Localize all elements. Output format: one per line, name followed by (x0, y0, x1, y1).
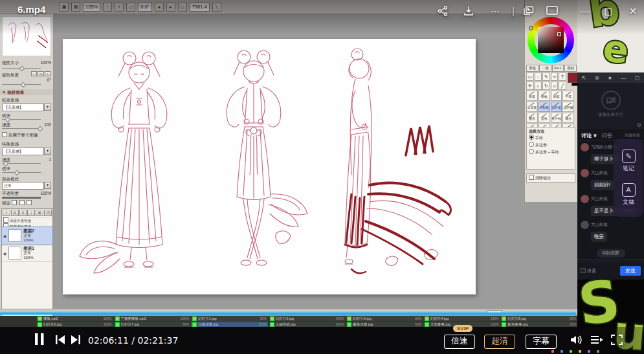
tool-icon[interactable]: T (559, 72, 566, 81)
file-tab[interactable]: 模板.sai2 100% (36, 316, 113, 321)
previous-button[interactable] (54, 335, 66, 348)
sai-new-icon[interactable]: ▣ (60, 3, 69, 12)
avatar[interactable] (581, 169, 589, 177)
brush-tool[interactable]: 喷枪 (539, 91, 550, 101)
antialias-checkbox[interactable]: 消除锯齿 (526, 173, 575, 183)
view-zoom-slider[interactable] (2, 68, 41, 69)
avatar[interactable] (581, 221, 589, 229)
file-tab[interactable]: 幻灯片3.jpg 33% (346, 316, 423, 321)
record-icon[interactable]: ⊚ (595, 75, 599, 81)
sai-size-value[interactable]: 7961.4 (190, 3, 210, 12)
tool-icon[interactable]: ▱ (551, 82, 559, 90)
opacity-slider[interactable] (2, 197, 41, 199)
tab-material[interactable]: 画材 (564, 65, 577, 72)
brush-tool[interactable]: 画笔 (551, 91, 562, 101)
sai-angle-value[interactable]: 0.0° (138, 3, 151, 12)
blend-mode-arrow[interactable]: ▾ (44, 182, 51, 189)
share-icon[interactable] (436, 5, 450, 17)
video-content[interactable]: ▣ ▤ 125% − + ▭ 0.0° ◂ ▸ ▭ 7961.4 ╲ (0, 0, 577, 327)
danmaku-checkbox[interactable]: 弹幕 (581, 268, 596, 274)
texture-scale-slider[interactable] (2, 119, 41, 120)
chat-message[interactable]: 大山松鼠 晚安 (581, 221, 641, 242)
radio-freehand[interactable]: 手绘 (529, 135, 573, 142)
new-layer-button[interactable]: + (3, 210, 10, 216)
file-tab[interactable]: 人物设定.jpg 100% (191, 322, 268, 327)
brush-tool[interactable]: 图形 (526, 113, 538, 123)
file-tab[interactable]: 服装设定.jpg 50% (346, 322, 423, 327)
doc-button[interactable]: A 文稿 (622, 183, 636, 206)
volume-icon[interactable] (570, 334, 583, 348)
new-folder-button[interactable]: ▤ (11, 210, 19, 216)
file-tab[interactable]: 幻灯片7.jpg 66% (114, 322, 191, 327)
brush-tool[interactable]: 选区擦 (562, 102, 574, 112)
paper-texture-select[interactable]: 【无质感】 (2, 104, 44, 111)
sai-zoom-value[interactable]: 125% (83, 3, 100, 12)
sai-zoom-out-button[interactable]: − (103, 3, 112, 12)
tool-icon[interactable]: ↻ (542, 82, 550, 90)
download-icon[interactable] (461, 5, 476, 17)
zoom-buttons[interactable]: −▭+ (31, 71, 50, 76)
lock-opacity-toggle[interactable] (12, 200, 17, 205)
send-button[interactable]: 发送 (620, 266, 641, 276)
tool-icon[interactable]: ✑ (551, 72, 559, 81)
tab-discussion[interactable]: 讨论 ∨ (581, 132, 597, 139)
fullscreen-icon[interactable] (611, 335, 623, 348)
tab-brush[interactable]: 画笔 (526, 65, 539, 72)
brush-tool[interactable]: 流线 (539, 113, 550, 123)
tool-icon[interactable]: ✛ (526, 82, 534, 90)
brush-tool[interactable]: 铅笔 (526, 91, 538, 101)
window-maximize-button[interactable]: ▢ (601, 5, 616, 17)
pause-button[interactable] (34, 333, 45, 348)
file-tab[interactable]: 幻灯片6.jpg 100% (36, 322, 113, 327)
clear-layer-button[interactable]: ▦ (36, 210, 43, 216)
avatar[interactable] (581, 143, 589, 151)
sai-open-icon[interactable]: ▤ (71, 3, 80, 12)
layer-row-1[interactable]: ◉ 图层1 正常 100% (2, 245, 52, 262)
sai-flip-button[interactable]: ╲ (212, 3, 221, 12)
special-strength-slider[interactable] (2, 163, 41, 164)
special-scale-slider[interactable] (2, 172, 41, 173)
merge-layer-button[interactable]: ⇣ (27, 210, 35, 216)
sai-canvas[interactable] (63, 39, 476, 294)
layer-visibility-icon[interactable]: ◉ (3, 234, 6, 238)
radio-polygon[interactable]: 多边形 (529, 142, 573, 149)
hue-marker[interactable] (529, 26, 533, 30)
sai-zoom-in-button[interactable]: + (115, 3, 124, 12)
material-effect-section[interactable]: ▼ 画材效果 (0, 89, 53, 95)
navigator-thumbnail[interactable] (2, 16, 51, 56)
duplicate-layer-button[interactable]: ⧉ (19, 210, 27, 216)
brush-tool[interactable]: 选区笔 (551, 102, 562, 112)
lock-position-toggle[interactable] (27, 200, 32, 205)
subtitle-button[interactable]: 字幕 (526, 335, 557, 349)
brush-tool[interactable]: 平笔 (562, 91, 574, 101)
replay-danmaku-link[interactable]: 回放弹幕 (625, 133, 640, 138)
share-window-icon[interactable]: ⇱ (582, 75, 586, 81)
saturation-value-picker[interactable] (538, 27, 564, 53)
next-button[interactable] (70, 335, 82, 348)
sai-zoom-reset-button[interactable]: ▭ (126, 3, 135, 12)
file-tab[interactable]: 人物线稿.jpg 100% (269, 322, 346, 327)
view-angle-slider[interactable] (2, 84, 41, 85)
radio-polygon-freehand[interactable]: 多边形 + 手绘 (529, 149, 573, 156)
layer-visibility-icon[interactable]: ◉ (3, 251, 6, 256)
file-tab[interactable]: 幻灯片4.jpg 100% (423, 316, 500, 321)
playlist-icon[interactable] (590, 335, 603, 347)
special-texture-select[interactable]: 【无质感】 (2, 148, 44, 155)
paper-texture-more-button[interactable]: ▾ (44, 104, 51, 111)
lock-pixels-toggle[interactable] (19, 200, 25, 205)
window-minimize-icon[interactable]: — (621, 75, 626, 81)
tab-qa[interactable]: 问答 (602, 132, 612, 139)
brush-tool[interactable]: 马克笔 (526, 102, 538, 112)
paper-texture-row[interactable]: 纸张质感 (2, 97, 51, 103)
tool-icon[interactable]: ▭ (526, 72, 534, 81)
sai-rotate-right-button[interactable]: ▸ (166, 3, 175, 12)
view-zoom-row[interactable]: 视图大小 100% (2, 60, 51, 65)
speed-button[interactable]: 倍速 (444, 335, 475, 349)
file-tab[interactable]: 幻灯片5.jpg 25% (500, 316, 577, 321)
window-maximize-icon[interactable]: ▢ (635, 75, 640, 81)
special-texture-more-button[interactable]: ▾ (44, 148, 51, 155)
window-close-button[interactable]: ✕ (626, 5, 640, 17)
file-tab[interactable]: 幻灯片1.jpg 50% (191, 316, 268, 321)
tab-ver1[interactable]: Ver.1 (552, 65, 564, 72)
tool-icon[interactable]: ✎ (542, 72, 550, 81)
